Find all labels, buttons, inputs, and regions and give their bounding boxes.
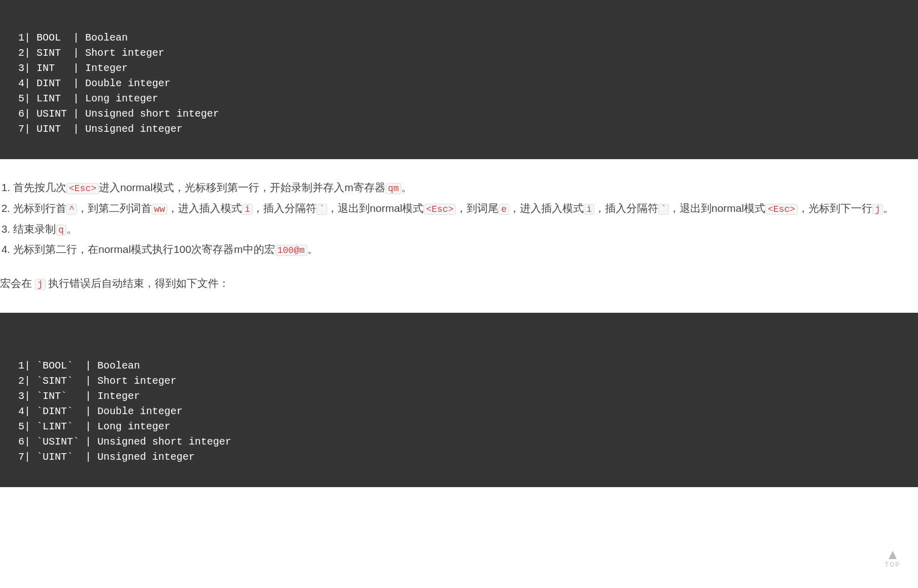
line-content: | `SINT` | Short integer	[24, 374, 231, 389]
kbd-esc: <Esc>	[423, 204, 456, 215]
text: 。	[401, 181, 412, 193]
prose-section: 首先按几次<Esc>进入normal模式，光标移到第一行，开始录制并存入m寄存器…	[0, 159, 918, 313]
line-content: | DINT | Double integer	[24, 76, 219, 91]
text: 执行错误后自动结束，得到如下文件：	[46, 277, 230, 289]
text: ，退出到normal模式	[327, 202, 423, 214]
code-table-before: 1 | BOOL | Boolean 2 | SINT | Short inte…	[0, 30, 219, 137]
line-number: 7	[0, 450, 24, 465]
code-block-before: 1 | BOOL | Boolean 2 | SINT | Short inte…	[0, 0, 918, 159]
line-content: | SINT | Short integer	[24, 46, 219, 61]
code-row: 3 | `INT` | Integer	[0, 389, 231, 404]
text: ，光标到下一行	[798, 202, 872, 214]
kbd-esc: <Esc>	[765, 204, 798, 215]
kbd-caret: ^	[66, 204, 77, 215]
text: 首先按几次	[13, 181, 66, 193]
text: 。	[883, 202, 894, 214]
step-2: 光标到行首^，到第二列词首ww，进入插入模式i，插入分隔符`，退出到normal…	[13, 199, 918, 218]
code-row: 4 | `DINT` | Double integer	[0, 404, 231, 419]
kbd-100at-m: 100@m	[275, 245, 307, 256]
code-row: 1 | `BOOL` | Boolean	[0, 358, 231, 374]
line-number: 1	[0, 30, 24, 46]
line-number: 3	[0, 389, 24, 404]
text: 光标到行首	[13, 202, 66, 214]
after-paragraph: 宏会在 j 执行错误后自动结束，得到如下文件：	[0, 274, 918, 292]
code-row: 3 | INT | Integer	[0, 61, 219, 76]
line-content: | USINT | Unsigned short integer	[24, 106, 219, 122]
code-row: 7 | UINT | Unsigned integer	[0, 122, 219, 137]
line-number: 7	[0, 122, 24, 137]
line-number: 4	[0, 404, 24, 419]
line-number: 4	[0, 76, 24, 91]
text: ，退出到normal模式	[669, 202, 765, 214]
text: 。	[66, 223, 77, 235]
steps-list: 首先按几次<Esc>进入normal模式，光标移到第一行，开始录制并存入m寄存器…	[0, 178, 918, 259]
line-content: | `LINT` | Long integer	[24, 419, 231, 434]
line-content: | `BOOL` | Boolean	[24, 358, 231, 374]
kbd-q: q	[56, 225, 66, 236]
kbd-esc: <Esc>	[66, 183, 99, 194]
line-content: | `USINT` | Unsigned short integer	[24, 434, 231, 450]
code-row: 2 | `SINT` | Short integer	[0, 374, 231, 389]
text: ，到词尾	[456, 202, 499, 214]
line-content: | INT | Integer	[24, 61, 219, 76]
kbd-i: i	[242, 204, 253, 215]
line-number: 3	[0, 61, 24, 76]
text: 光标到第二行，在normal模式执行100次寄存器m中的宏	[13, 243, 275, 255]
kbd-i: i	[584, 204, 594, 215]
line-number: 2	[0, 374, 24, 389]
code-table-after: 1 | `BOOL` | Boolean 2 | `SINT` | Short …	[0, 358, 231, 465]
kbd-ww: ww	[152, 204, 168, 215]
text: ，进入插入模式	[167, 202, 242, 214]
kbd-e: e	[499, 204, 509, 215]
line-number: 1	[0, 358, 24, 374]
code-row: 4 | DINT | Double integer	[0, 76, 219, 91]
line-content: | UINT | Unsigned integer	[24, 122, 219, 137]
code-row: 1 | BOOL | Boolean	[0, 30, 219, 46]
line-number: 2	[0, 46, 24, 61]
line-content: | `UINT` | Unsigned integer	[24, 450, 231, 465]
line-content: | BOOL | Boolean	[24, 30, 219, 46]
code-row: 5 | `LINT` | Long integer	[0, 419, 231, 434]
line-content: | LINT | Long integer	[24, 91, 219, 106]
step-3: 结束录制q。	[13, 220, 918, 239]
kbd-qm: qm	[385, 183, 402, 194]
code-row: 5 | LINT | Long integer	[0, 91, 219, 106]
code-row: 6 | `USINT` | Unsigned short integer	[0, 434, 231, 450]
kbd-j: j	[35, 279, 46, 290]
line-content: | `DINT` | Double integer	[24, 404, 231, 419]
kbd-backtick: `	[658, 204, 669, 215]
line-number: 6	[0, 106, 24, 122]
code-row: 7 | `UINT` | Unsigned integer	[0, 450, 231, 465]
code-row: 2 | SINT | Short integer	[0, 46, 219, 61]
text: ，插入分隔符	[594, 202, 658, 214]
kbd-j: j	[872, 204, 883, 215]
text: 进入normal模式，光标移到第一行，开始录制并存入m寄存器	[99, 181, 385, 193]
code-block-after: 1 | `BOOL` | Boolean 2 | `SINT` | Short …	[0, 313, 918, 487]
text: 。	[307, 243, 318, 255]
text: 结束录制	[13, 223, 56, 235]
step-4: 光标到第二行，在normal模式执行100次寄存器m中的宏100@m。	[13, 240, 918, 259]
line-number: 5	[0, 419, 24, 434]
text: ，进入插入模式	[509, 202, 584, 214]
text: ，插入分隔符	[253, 202, 316, 214]
step-1: 首先按几次<Esc>进入normal模式，光标移到第一行，开始录制并存入m寄存器…	[13, 178, 918, 197]
code-row: 6 | USINT | Unsigned short integer	[0, 106, 219, 122]
line-number: 5	[0, 91, 24, 106]
line-content: | `INT` | Integer	[24, 389, 231, 404]
text: 宏会在	[0, 277, 35, 289]
line-number: 6	[0, 434, 24, 450]
text: ，到第二列词首	[77, 202, 152, 214]
kbd-backtick: `	[316, 204, 327, 215]
